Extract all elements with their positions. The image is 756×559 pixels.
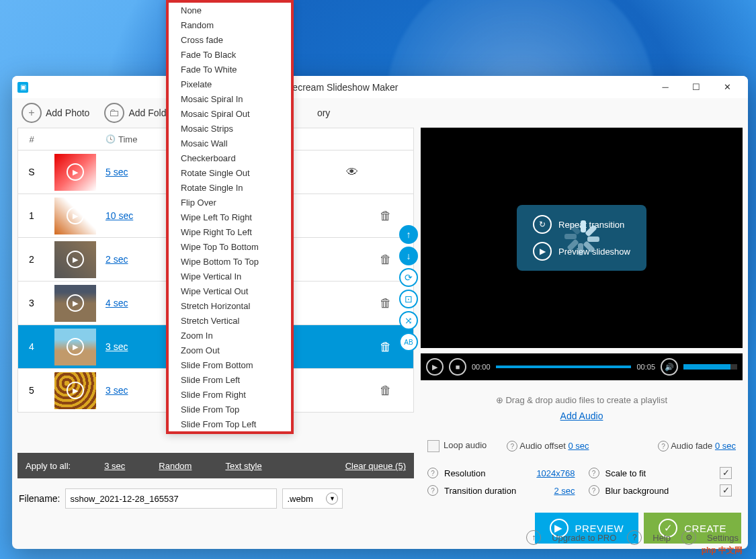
audio-fade-link[interactable]: 0 sec (715, 441, 736, 451)
dropdown-item[interactable]: Fade To White (169, 62, 291, 77)
clear-queue-link[interactable]: Clear queue (5) (345, 461, 406, 471)
time-link[interactable]: 3 sec (106, 385, 128, 396)
gear-icon: ⚙ (681, 530, 696, 545)
help-icon[interactable]: ? (658, 441, 669, 452)
help-icon[interactable]: ? (589, 468, 599, 478)
duration-link[interactable]: 2 sec (554, 486, 575, 496)
maximize-button[interactable]: ☐ (681, 77, 712, 97)
add-photo-button[interactable]: + Add Photo (17, 100, 93, 126)
help-icon[interactable]: ? (427, 468, 438, 478)
settings-link[interactable]: Settings (707, 533, 739, 543)
dropdown-item[interactable]: Flip Over (169, 195, 291, 210)
dropdown-item[interactable]: Slide From Bottom (169, 357, 291, 372)
apply-text-link[interactable]: Text style (225, 461, 261, 471)
eye-icon[interactable]: 👁 (346, 165, 358, 179)
titlebar: ▣ Icecream Slideshow Maker ─ ☐ ✕ (12, 76, 748, 98)
trash-icon[interactable]: 🗑 (380, 296, 392, 310)
trash-icon[interactable]: 🗑 (380, 253, 392, 266)
apply-time-link[interactable]: 3 sec (104, 461, 125, 471)
dropdown-item[interactable]: Mosaic Spiral In (169, 91, 291, 106)
mute-button[interactable]: 🔊 (661, 358, 678, 376)
folder-icon: 🗀 (104, 103, 124, 123)
play-icon: ▶ (67, 338, 84, 355)
help-link[interactable]: Help (653, 533, 671, 543)
trash-icon[interactable]: 🗑 (380, 384, 392, 397)
dropdown-item[interactable]: Rotate Single In (169, 180, 291, 195)
dropdown-item[interactable]: Wipe Top To Bottom (169, 239, 291, 254)
dropdown-item[interactable]: Zoom Out (169, 343, 291, 357)
dropdown-item[interactable]: Wipe Vertical In (169, 269, 291, 284)
dropdown-item[interactable]: Stretch Horizontal (169, 298, 291, 313)
help-icon[interactable]: ? (507, 441, 517, 452)
dropdown-item[interactable]: Stretch Vertical (169, 313, 291, 328)
add-audio-link[interactable]: Add Audio (430, 411, 733, 421)
transition-duration-setting: ?Transition duration2 sec (427, 484, 575, 497)
apply-transition-link[interactable]: Random (159, 461, 192, 471)
slide-thumbnail[interactable]: ▶ (54, 285, 96, 322)
dropdown-item[interactable]: Slide From Top (169, 402, 291, 417)
dropdown-item[interactable]: Cross fade (169, 32, 291, 47)
history-button[interactable]: ory (313, 105, 334, 121)
close-button[interactable]: ✕ (712, 77, 743, 97)
volume-slider[interactable] (683, 364, 737, 370)
slide-thumbnail[interactable]: ▶ (54, 241, 96, 278)
audio-offset-link[interactable]: 0 sec (568, 441, 589, 451)
dropdown-item[interactable]: Wipe Right To Left (169, 224, 291, 239)
dropdown-item[interactable]: Zoom In (169, 328, 291, 343)
dropdown-item[interactable]: Mosaic Spiral Out (169, 106, 291, 121)
time-link[interactable]: 2 sec (106, 254, 128, 265)
filename-bar: Filename: .webm ▼ (17, 485, 414, 512)
audio-drop-area[interactable]: ⊕ Drag & drop audio files to create a pl… (421, 386, 743, 431)
dropdown-item[interactable]: Checkerboard (169, 150, 291, 165)
dropdown-item[interactable]: Fade To Black (169, 47, 291, 62)
move-down-button[interactable]: ↓ (399, 247, 418, 265)
dropdown-item[interactable]: Pixelate (169, 77, 291, 91)
stop-button[interactable]: ■ (449, 358, 466, 376)
audio-options-row: Loop audio ?Audio offset 0 sec ?Audio fa… (421, 436, 743, 456)
move-up-button[interactable]: ↑ (399, 225, 418, 244)
crop-button[interactable]: ⊡ (399, 290, 418, 308)
progress-bar[interactable] (496, 366, 632, 368)
upgrade-link[interactable]: Upgrade to PRO (552, 533, 616, 543)
filename-input[interactable] (65, 488, 277, 509)
play-button[interactable]: ▶ (426, 358, 444, 376)
dropdown-item[interactable]: Mosaic Wall (169, 136, 291, 150)
loop-audio-checkbox[interactable]: Loop audio (427, 440, 487, 452)
time-link[interactable]: 10 sec (106, 210, 133, 221)
extension-selector[interactable]: .webm ▼ (282, 488, 343, 509)
dropdown-item[interactable]: Slide From Left (169, 372, 291, 387)
ab-button[interactable]: AB (399, 333, 418, 351)
help-icon[interactable]: ? (589, 485, 599, 496)
blur-checkbox[interactable] (720, 484, 732, 497)
scale-checkbox[interactable] (720, 467, 732, 479)
slide-thumbnail[interactable]: ▶ (54, 154, 96, 191)
chevron-down-icon: ▼ (326, 492, 338, 505)
time-link[interactable]: 4 sec (106, 298, 128, 308)
slide-thumbnail[interactable]: ▶ (54, 198, 96, 234)
trash-icon[interactable]: 🗑 (380, 209, 392, 222)
dropdown-item[interactable]: Wipe Bottom To Top (169, 254, 291, 269)
dropdown-item[interactable]: Wipe Vertical Out (169, 284, 291, 298)
slide-thumbnail[interactable]: ▶ (54, 329, 96, 366)
export-settings: ?Resolution1024x768 ?Scale to fit ?Trans… (421, 462, 743, 502)
shuffle-button[interactable]: ⤨ (399, 311, 418, 330)
dropdown-item[interactable]: Slide From Top Left (169, 417, 291, 431)
time-link[interactable]: 3 sec (106, 341, 128, 352)
dropdown-item[interactable]: None (169, 3, 291, 17)
rotate-button[interactable]: ⟳ (399, 268, 418, 287)
header-time[interactable]: 🕓Time (106, 134, 169, 144)
minimize-button[interactable]: ─ (650, 77, 681, 97)
dropdown-item[interactable]: Random (169, 17, 291, 32)
transition-dropdown[interactable]: NoneRandomCross fadeFade To BlackFade To… (166, 0, 294, 434)
trash-icon[interactable]: 🗑 (380, 340, 392, 353)
dropdown-item[interactable]: Slide From Right (169, 387, 291, 402)
slide-thumbnail[interactable]: ▶ (54, 372, 96, 409)
resolution-link[interactable]: 1024x768 (536, 468, 575, 478)
dropdown-item[interactable]: Rotate Single Out (169, 165, 291, 180)
dropdown-item[interactable]: Mosaic Strips (169, 121, 291, 136)
play-icon: ▶ (67, 294, 84, 312)
help-icon[interactable]: ? (427, 485, 438, 496)
time-end: 00:05 (636, 363, 655, 371)
time-link[interactable]: 5 sec (106, 167, 128, 177)
dropdown-item[interactable]: Wipe Left To Right (169, 210, 291, 224)
